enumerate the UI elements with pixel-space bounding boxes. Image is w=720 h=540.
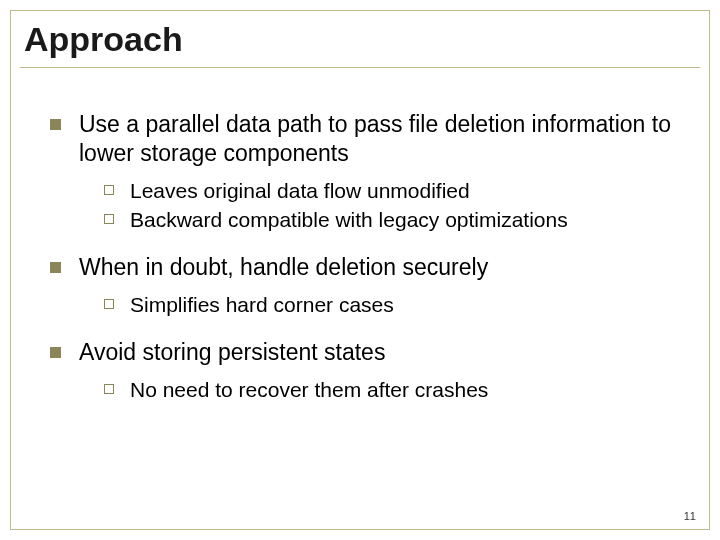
slide-title: Approach — [24, 20, 696, 59]
bullet-text: When in doubt, handle deletion securely — [79, 253, 680, 282]
bullet-text: Avoid storing persistent states — [79, 338, 680, 367]
square-filled-icon — [50, 262, 61, 273]
bullet-level2: Leaves original data flow unmodified — [104, 178, 680, 204]
square-open-icon — [104, 185, 114, 195]
sub-bullet-group: Leaves original data flow unmodified Bac… — [104, 178, 680, 234]
square-open-icon — [104, 214, 114, 224]
sub-bullet-group: Simplifies hard corner cases — [104, 292, 680, 318]
bullet-level1: Avoid storing persistent states — [50, 338, 680, 367]
title-box: Approach — [20, 14, 700, 68]
square-open-icon — [104, 299, 114, 309]
bullet-level2: Backward compatible with legacy optimiza… — [104, 207, 680, 233]
square-filled-icon — [50, 119, 61, 130]
sub-bullet-text: Leaves original data flow unmodified — [130, 178, 680, 204]
bullet-level2: Simplifies hard corner cases — [104, 292, 680, 318]
sub-bullet-group: No need to recover them after crashes — [104, 377, 680, 403]
bullet-level2: No need to recover them after crashes — [104, 377, 680, 403]
square-open-icon — [104, 384, 114, 394]
square-filled-icon — [50, 347, 61, 358]
bullet-level1: When in doubt, handle deletion securely — [50, 253, 680, 282]
page-number: 11 — [684, 510, 696, 522]
slide-content: Use a parallel data path to pass file de… — [50, 110, 680, 406]
sub-bullet-text: Simplifies hard corner cases — [130, 292, 680, 318]
sub-bullet-text: Backward compatible with legacy optimiza… — [130, 207, 680, 233]
bullet-level1: Use a parallel data path to pass file de… — [50, 110, 680, 168]
bullet-text: Use a parallel data path to pass file de… — [79, 110, 680, 168]
sub-bullet-text: No need to recover them after crashes — [130, 377, 680, 403]
